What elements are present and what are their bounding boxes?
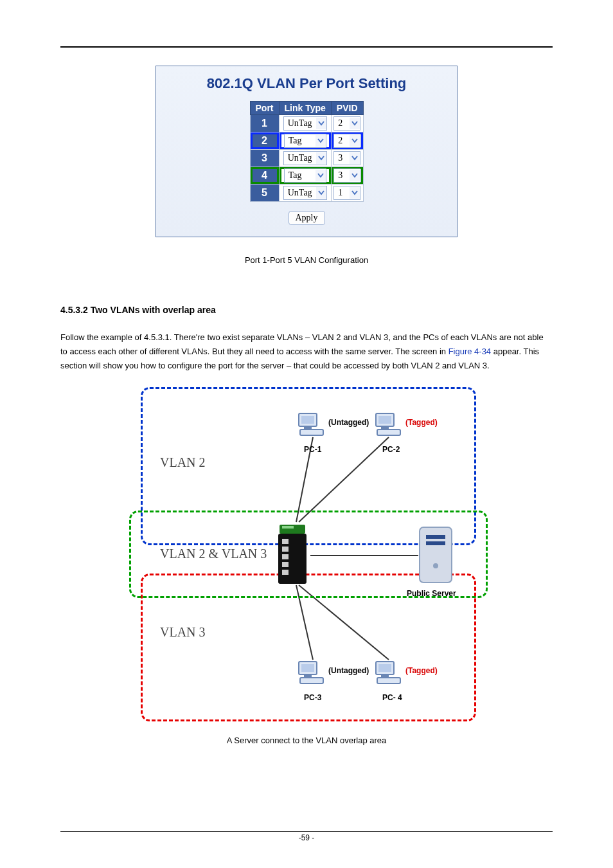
svg-rect-10 <box>378 416 391 424</box>
svg-rect-30 <box>426 535 445 539</box>
figure-link[interactable]: Figure 4-34 <box>449 347 491 356</box>
pc4-icon <box>375 660 403 685</box>
port-number-cell: 4 <box>250 167 279 185</box>
top-rule <box>60 46 553 48</box>
svg-rect-24 <box>282 539 289 544</box>
svg-rect-27 <box>282 562 289 567</box>
page-footer: -59 - <box>0 831 613 842</box>
link-type-value: Tag <box>285 170 315 181</box>
port-number-cell: 1 <box>250 115 279 132</box>
svg-rect-12 <box>377 429 400 435</box>
header-pvid: PVID <box>331 102 363 115</box>
chevron-down-icon <box>315 135 326 147</box>
switch-icon <box>276 520 310 586</box>
table-row: 4Tag3 <box>250 167 363 185</box>
pvid-dropdown[interactable]: 2 <box>333 116 360 131</box>
link-type-cell: Tag <box>279 132 331 150</box>
pc1-label: PC-1 <box>304 445 321 454</box>
pc1-icon <box>298 411 326 437</box>
header-port: Port <box>250 102 279 115</box>
server-icon <box>417 525 454 585</box>
link-type-cell: UnTag <box>279 150 331 167</box>
header-link-type: Link Type <box>279 102 331 115</box>
link-type-cell: UnTag <box>279 185 331 202</box>
svg-rect-20 <box>377 678 400 683</box>
link-type-cell: UnTag <box>279 115 331 132</box>
pvid-value: 1 <box>334 188 350 198</box>
pvid-cell: 3 <box>331 167 363 185</box>
table-row: 3UnTag3 <box>250 150 363 167</box>
svg-rect-11 <box>381 427 389 429</box>
pc2-label: PC-2 <box>382 445 400 454</box>
svg-rect-22 <box>282 526 294 529</box>
link-type-dropdown[interactable]: UnTag <box>283 151 327 165</box>
vlan23-label: VLAN 2 & VLAN 3 <box>160 547 267 561</box>
svg-rect-15 <box>304 675 312 677</box>
table-row: 1UnTag2 <box>250 115 363 132</box>
chevron-down-icon <box>350 135 360 147</box>
pvid-value: 2 <box>334 118 350 129</box>
table-row: 2Tag2 <box>250 132 363 150</box>
link-type-dropdown[interactable]: UnTag <box>283 116 327 131</box>
link-type-value: UnTag <box>284 188 316 198</box>
chevron-down-icon <box>315 170 326 181</box>
pvid-dropdown[interactable]: 3 <box>333 168 360 183</box>
svg-rect-28 <box>282 570 289 575</box>
chevron-down-icon <box>316 152 326 164</box>
pvid-dropdown[interactable]: 1 <box>333 186 360 200</box>
table-row: 5UnTag1 <box>250 185 363 202</box>
panel-title: 802.1Q VLAN Per Port Setting <box>165 75 448 92</box>
link-type-value: UnTag <box>284 153 316 163</box>
svg-rect-19 <box>381 675 389 677</box>
svg-rect-6 <box>301 416 314 424</box>
pc1-tag: (Untagged) <box>328 418 369 427</box>
section-title: 4.5.3.2 Two VLANs with overlap area <box>60 305 553 315</box>
pc4-label: PC- 4 <box>382 693 402 702</box>
pc2-icon <box>375 411 403 437</box>
svg-rect-14 <box>301 664 314 672</box>
pc4-tag: (Tagged) <box>405 666 438 675</box>
pvid-dropdown[interactable]: 3 <box>333 151 360 165</box>
pvid-value: 2 <box>334 136 350 146</box>
svg-rect-26 <box>282 554 289 559</box>
pvid-value: 3 <box>334 170 350 181</box>
pc3-label: PC-3 <box>304 693 321 702</box>
vlan-overlap-diagram: VLAN 2 VLAN 2 & VLAN 3 VLAN 3 (Untagged)… <box>127 383 486 724</box>
link-type-dropdown[interactable]: Tag <box>284 168 326 183</box>
pvid-cell: 1 <box>331 185 363 202</box>
svg-point-32 <box>433 563 438 568</box>
server-label: Public Server <box>407 589 456 598</box>
link-type-value: UnTag <box>284 118 316 129</box>
chevron-down-icon <box>350 118 360 129</box>
pc3-icon <box>298 660 326 685</box>
pvid-dropdown[interactable]: 2 <box>333 134 360 148</box>
port-table: Port Link Type PVID 1UnTag22Tag23UnTag34… <box>250 101 364 202</box>
vlan3-label: VLAN 3 <box>160 625 206 640</box>
pvid-cell: 3 <box>331 150 363 167</box>
link-type-dropdown[interactable]: Tag <box>284 134 326 148</box>
svg-rect-25 <box>282 547 289 552</box>
apply-button[interactable]: Apply <box>289 211 325 225</box>
pvid-cell: 2 <box>331 132 363 150</box>
chevron-down-icon <box>350 170 360 181</box>
vlan-settings-panel: 802.1Q VLAN Per Port Setting Port Link T… <box>155 66 458 237</box>
pc2-tag: (Tagged) <box>405 418 438 427</box>
chevron-down-icon <box>350 152 360 164</box>
svg-rect-7 <box>304 427 312 429</box>
pvid-cell: 2 <box>331 115 363 132</box>
figure1-caption: Port 1-Port 5 VLAN Configuration <box>60 255 553 265</box>
chevron-down-icon <box>350 187 360 199</box>
pvid-value: 3 <box>334 153 350 163</box>
svg-rect-31 <box>426 541 445 545</box>
page-number: -59 - <box>0 833 613 842</box>
figure2-caption: A Server connect to the VLAN overlap are… <box>60 736 553 745</box>
link-type-value: Tag <box>285 136 315 146</box>
link-type-dropdown[interactable]: UnTag <box>283 186 327 200</box>
vlan2-label: VLAN 2 <box>160 455 206 470</box>
port-number-cell: 3 <box>250 150 279 167</box>
body-paragraph: Follow the example of 4.5.3.1. There're … <box>60 330 553 373</box>
port-number-cell: 2 <box>250 132 279 150</box>
svg-rect-8 <box>300 429 323 435</box>
pc3-tag: (Untagged) <box>328 666 369 675</box>
port-number-cell: 5 <box>250 185 279 202</box>
